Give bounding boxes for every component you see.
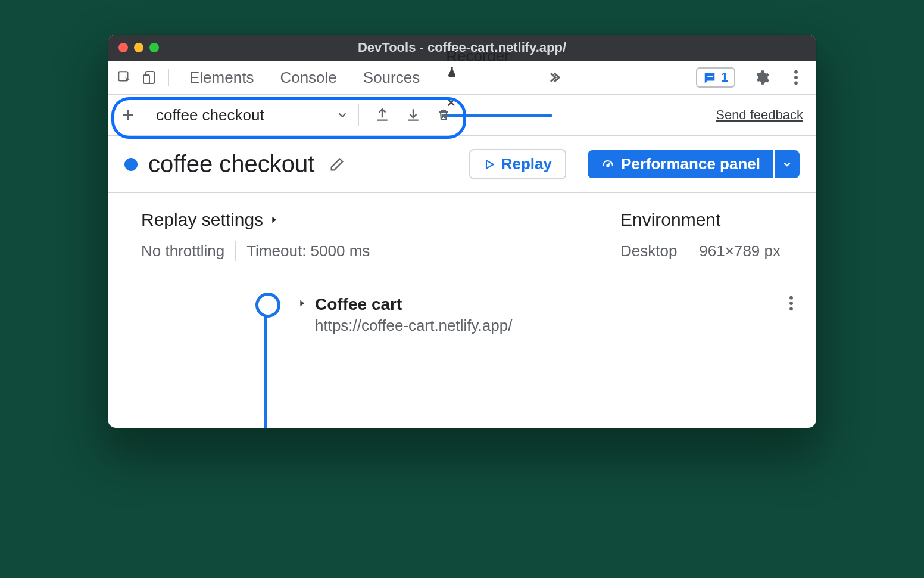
minimize-window-button[interactable] <box>134 43 143 52</box>
status-dot-icon <box>124 158 138 171</box>
devtools-window: DevTools - coffee-cart.netlify.app/ Elem… <box>108 35 816 428</box>
caret-right-icon <box>269 214 279 226</box>
performance-panel-label: Performance panel <box>621 155 760 173</box>
experimental-flask-icon <box>446 66 513 79</box>
svg-point-5 <box>794 76 798 79</box>
svg-point-8 <box>789 296 793 300</box>
tab-elements[interactable]: Elements <box>187 60 256 95</box>
timeline-line <box>264 312 267 428</box>
timeout-value: Timeout: 5000 ms <box>246 242 370 260</box>
divider <box>168 69 169 86</box>
recording-title: coffee checkout <box>148 151 314 178</box>
tab-sources[interactable]: Sources <box>361 60 422 95</box>
svg-rect-3 <box>707 76 713 77</box>
zoom-window-button[interactable] <box>149 43 159 52</box>
new-recording-icon[interactable] <box>116 107 140 123</box>
recording-dropdown[interactable]: coffee checkout <box>152 106 352 125</box>
send-feedback-link[interactable]: Send feedback <box>716 107 803 123</box>
devtools-tabstrip: Elements Console Sources Recorder 1 <box>108 61 816 95</box>
performance-panel-button[interactable]: Performance panel <box>588 150 773 178</box>
viewport-value: 961×789 px <box>699 242 781 260</box>
replay-settings-heading-label: Replay settings <box>141 210 263 230</box>
delete-icon[interactable] <box>436 107 451 123</box>
environment-settings: Environment Desktop 961×789 px <box>620 210 781 261</box>
more-tabs-icon[interactable] <box>543 67 564 88</box>
tabstrip-right-icons <box>751 67 807 88</box>
tab-console[interactable]: Console <box>277 60 339 95</box>
tab-recorder-label: Recorder <box>446 47 510 65</box>
replay-button-label: Replay <box>501 155 552 173</box>
settings-row: Replay settings No throttling Timeout: 5… <box>108 193 816 278</box>
chevron-down-icon <box>336 108 349 122</box>
replay-settings-heading[interactable]: Replay settings <box>141 210 370 230</box>
divider <box>688 241 688 261</box>
svg-point-4 <box>794 70 798 74</box>
divider <box>358 104 359 126</box>
step-url: https://coffee-cart.netlify.app/ <box>315 316 512 335</box>
device-value: Desktop <box>620 242 677 260</box>
environment-heading: Environment <box>620 210 781 230</box>
svg-point-10 <box>789 307 793 310</box>
step-kebab-icon[interactable] <box>789 295 794 312</box>
step-row[interactable]: Coffee cart https://coffee-cart.netlify.… <box>297 295 792 335</box>
edit-title-icon[interactable] <box>329 156 345 173</box>
svg-point-7 <box>607 164 608 166</box>
settings-gear-icon[interactable] <box>751 67 772 88</box>
steps-panel: Coffee cart https://coffee-cart.netlify.… <box>108 278 816 396</box>
divider <box>146 104 146 126</box>
svg-rect-2 <box>143 75 149 83</box>
kebab-menu-icon[interactable] <box>785 67 807 88</box>
divider <box>235 241 236 261</box>
window-controls <box>118 43 159 52</box>
close-window-button[interactable] <box>118 43 128 52</box>
timeline-node-icon <box>255 293 280 318</box>
svg-point-6 <box>794 81 798 85</box>
issues-count: 1 <box>721 70 728 85</box>
toolbar-actions <box>374 107 451 123</box>
step-title: Coffee cart <box>315 295 512 314</box>
replay-settings: Replay settings No throttling Timeout: 5… <box>141 210 370 261</box>
throttling-value: No throttling <box>141 242 224 260</box>
export-icon[interactable] <box>374 107 390 123</box>
inspect-element-icon[interactable] <box>114 67 135 88</box>
replay-button[interactable]: Replay <box>469 149 566 179</box>
recording-header: coffee checkout Replay Performance panel <box>108 136 816 193</box>
recording-dropdown-label: coffee checkout <box>156 106 264 125</box>
caret-right-icon <box>297 297 307 335</box>
import-icon[interactable] <box>405 107 421 123</box>
performance-panel-caret[interactable] <box>775 150 800 178</box>
issues-button[interactable]: 1 <box>696 67 735 88</box>
svg-point-9 <box>789 302 793 305</box>
recorder-toolbar: coffee checkout Send feedback <box>108 95 816 136</box>
device-toolbar-icon[interactable] <box>139 67 160 88</box>
